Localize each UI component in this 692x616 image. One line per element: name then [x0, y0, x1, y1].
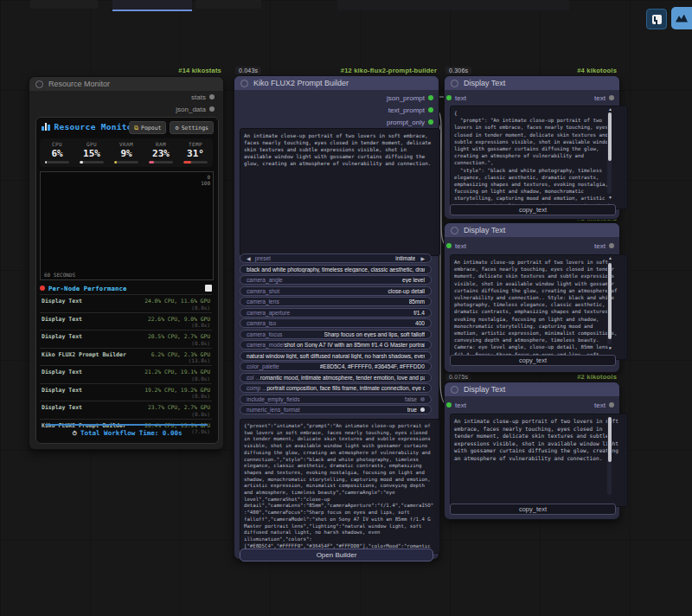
gear-icon: ⚙ — [175, 125, 178, 132]
node-titlebar[interactable]: Display Text — [445, 76, 619, 90]
resource-monitor-node[interactable]: Resource Monitor stats json_data Resourc… — [29, 76, 224, 450]
input-dot[interactable] — [446, 402, 452, 407]
scrollbar-thumb[interactable] — [608, 417, 612, 462]
output-slot-text-prompt[interactable]: text_prompt — [388, 104, 433, 116]
output-dot[interactable] — [209, 94, 215, 99]
scrollbar[interactable] — [607, 417, 612, 495]
collapse-dot-icon[interactable] — [451, 227, 458, 234]
display-textarea[interactable]: An intimate close-up portrait of two lov… — [450, 414, 628, 507]
collapse-dot-icon[interactable] — [240, 80, 248, 87]
open-builder-button[interactable]: Open Builder — [240, 549, 433, 561]
per-node-row: Display Text 23.7% CPU, 2.7% GPU(0.0s) — [40, 401, 212, 419]
camera-angle-field[interactable]: camera_angleeye level — [240, 275, 432, 285]
input-slot-text[interactable]: text — [446, 399, 466, 411]
popout-button[interactable]: ⧉ Popout — [129, 121, 166, 134]
node-editor-canvas[interactable]: #14 kikostats Resource Monitor stats jso… — [0, 0, 692, 616]
output-label: text — [594, 94, 606, 102]
camera-model-field[interactable]: camera_modelshot on Sony A7 IV with an 8… — [240, 340, 432, 350]
display-textarea[interactable]: An intimate close-up portrait of two lov… — [450, 254, 628, 360]
input-slot-text[interactable]: text — [446, 240, 466, 252]
output-slot-json-prompt[interactable]: json_prompt — [387, 92, 433, 104]
scroll-up-icon[interactable]: ▲ — [608, 256, 612, 260]
node-titlebar[interactable]: Display Text — [445, 382, 619, 396]
stats-toolbar-button[interactable] — [671, 7, 692, 29]
node-titlebar[interactable]: Display Text — [445, 223, 619, 237]
lighting-field[interactable]: natural window light, soft diffused natu… — [240, 351, 432, 361]
input-slot-text[interactable]: text — [446, 92, 466, 104]
composition-field[interactable]: comp ...portrait composition, face fills… — [240, 383, 432, 393]
include-empty-fields-toggle[interactable]: include_empty_fields false — [240, 395, 432, 404]
copy-text-button[interactable]: copy_text — [450, 504, 616, 515]
settings-label: Settings — [182, 125, 208, 132]
per-node-performance-panel: Per-Node Performance Display Text 24.0% … — [40, 282, 212, 436]
output-dot[interactable] — [609, 243, 614, 248]
output-label: json_data — [176, 106, 206, 113]
json-output-textarea[interactable]: {"preset":"intimate","prompt":"An intima… — [240, 419, 440, 554]
preset-combo[interactable]: ◀ preset intimate ▶ — [240, 253, 432, 263]
prompt-textarea[interactable]: An intimate close-up portrait of two lov… — [240, 128, 440, 256]
style-field[interactable]: black and white photography, timeless el… — [240, 265, 432, 274]
per-node-row: Kiko FLUX2 Prompt Builder 6.2% CPU, 2.3%… — [40, 348, 212, 366]
node-titlebar[interactable]: Kiko FLUX2 Prompt Builder — [234, 76, 439, 90]
temp-bar — [183, 161, 191, 164]
combo-right-icon[interactable]: ▶ — [420, 255, 425, 261]
stop-icon[interactable] — [205, 285, 212, 292]
color-mood-field[interactable]: col ...romantic mood, intimate atmospher… — [240, 373, 432, 382]
graph-x-label: 60 SECONDS — [44, 272, 75, 278]
scroll-down-icon[interactable]: ▼ — [608, 346, 612, 350]
per-node-row: Display Text 20.5% CPU, 2.7% GPU(0.0s) — [40, 330, 212, 348]
scrollbar[interactable] — [607, 261, 612, 344]
collapse-dot-icon[interactable] — [35, 80, 43, 88]
output-slot-prompt-only[interactable]: prompt_only — [387, 116, 433, 128]
output-dot[interactable] — [428, 95, 433, 100]
camera-aperture-field[interactable]: camera_aperturef/1.4 — [240, 308, 432, 318]
node-titlebar[interactable]: Resource Monitor — [29, 77, 223, 91]
output-slot-text[interactable]: text — [594, 399, 614, 411]
numeric-lens-format-toggle[interactable]: numeric_lens_format true — [240, 405, 432, 414]
timer-toolbar-button[interactable] — [646, 9, 667, 29]
toggle-knob[interactable] — [420, 397, 425, 401]
camera-iso-field[interactable]: camera_iso400 — [240, 318, 432, 328]
clock-icon: ⏱ — [73, 430, 77, 437]
combo-left-icon[interactable]: ◀ — [247, 255, 251, 261]
copy-text-button[interactable]: copy_text — [450, 204, 616, 215]
input-dot[interactable] — [446, 243, 452, 248]
copy-text-button[interactable]: copy_text — [450, 355, 616, 366]
settings-button[interactable]: ⚙ Settings — [170, 121, 214, 134]
scrollbar-thumb[interactable] — [608, 112, 612, 161]
camera-shot-field[interactable]: camera_shotclose-up detail — [240, 286, 432, 296]
display-text-node-c[interactable]: Display Text text text An intimate close… — [444, 382, 620, 520]
scroll-down-icon[interactable]: ▼ — [608, 196, 612, 200]
collapse-dot-icon[interactable] — [451, 386, 458, 394]
display-textarea[interactable]: { "prompt": "An intimate close-up portra… — [450, 106, 628, 209]
node-title: Display Text — [464, 226, 505, 234]
output-slot-text[interactable]: text — [594, 240, 614, 252]
output-slot-json-data[interactable]: json_data — [176, 103, 215, 115]
color-palette-field[interactable]: color_palette#E8D5C4, #FFFFF0, #36454F, … — [240, 362, 432, 371]
scroll-up-icon[interactable]: ▲ — [608, 107, 612, 112]
output-dot[interactable] — [428, 107, 433, 112]
output-dot[interactable] — [609, 95, 614, 100]
camera-focus-field[interactable]: camera_focusSharp focus on eyes and lips… — [240, 330, 432, 339]
input-dot[interactable] — [446, 95, 452, 100]
display-text-node-a[interactable]: Display Text text text { "prompt": "An i… — [444, 75, 620, 220]
toggle-knob[interactable] — [420, 407, 425, 412]
metric-temp: TEMP 31° — [178, 141, 213, 164]
output-slot-stats[interactable]: stats — [191, 91, 215, 103]
bar-chart-icon — [42, 123, 50, 131]
camera-lens-field[interactable]: camera_lens85mm — [240, 297, 432, 306]
output-label: text_prompt — [388, 106, 425, 114]
input-label: text — [455, 94, 466, 102]
output-label: text — [594, 401, 606, 409]
scrollbar-thumb[interactable] — [608, 263, 612, 339]
flux2-prompt-builder-node[interactable]: Kiko FLUX2 Prompt Builder json_prompt te… — [234, 75, 439, 560]
resource-monitor-widget: Resource Monitor ⧉ Popout ⚙ Settings CPU… — [35, 117, 219, 444]
display-text-node-b[interactable]: Display Text text text An intimate close… — [444, 222, 620, 373]
output-slot-text[interactable]: text — [594, 92, 614, 104]
node-ref-prompt-builder: #12 kiko-flux2-prompt-builder — [294, 67, 437, 74]
output-dot[interactable] — [209, 106, 215, 112]
output-dot[interactable] — [609, 402, 614, 407]
collapse-dot-icon[interactable] — [451, 80, 458, 87]
scrollbar[interactable] — [607, 112, 612, 194]
output-dot[interactable] — [428, 119, 433, 125]
